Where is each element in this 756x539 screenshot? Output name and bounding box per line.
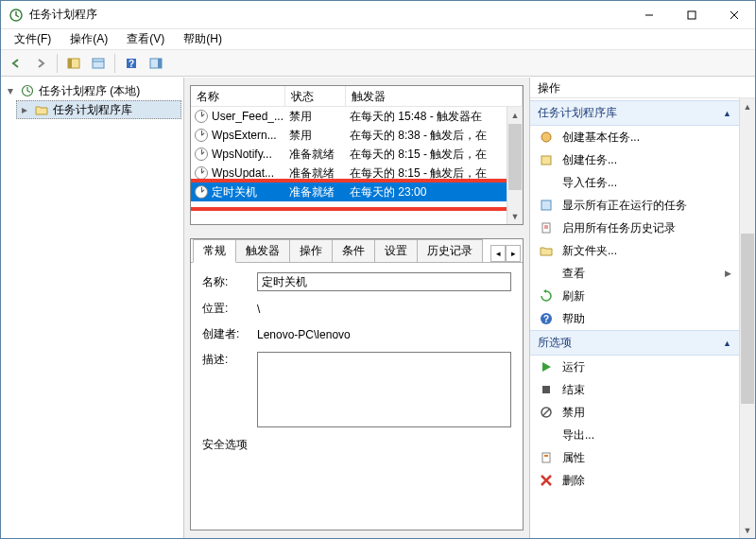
menu-view[interactable]: 查看(V) [119, 29, 172, 49]
tab-scroll-right[interactable]: ▸ [506, 245, 521, 262]
help-button[interactable]: ? [120, 53, 143, 74]
tree-library[interactable]: ▸ 任务计划程序库 [16, 100, 181, 119]
action-view[interactable]: 查看▶ [530, 262, 739, 285]
menu-file[interactable]: 文件(F) [7, 29, 59, 49]
task-row[interactable]: User_Feed_... 禁用 在每天的 15:48 - 触发器在 [191, 107, 507, 126]
action-label: 运行 [562, 359, 585, 375]
toolbar-separator [114, 54, 115, 73]
scroll-up-button[interactable]: ▲ [740, 98, 755, 114]
task-row[interactable]: WpsNotify... 准备就绪 在每天的 8:15 - 触发后，在 [191, 145, 507, 164]
refresh-icon [538, 287, 555, 304]
task-trigger: 在每天的 15:48 - 触发器在 [350, 109, 507, 125]
action-show-running[interactable]: 显示所有正在运行的任务 [530, 194, 739, 217]
maximize-button[interactable] [670, 1, 713, 28]
clock-icon [195, 110, 208, 123]
folder-icon [34, 102, 49, 117]
titlebar: 任务计划程序 [1, 1, 755, 29]
svg-line-24 [542, 409, 550, 416]
action-import-task[interactable]: 导入任务... [530, 171, 739, 194]
tab-nav: ◂ ▸ [490, 245, 521, 262]
location-value: \ [257, 303, 511, 316]
chevron-up-icon: ▲ [723, 339, 731, 348]
task-icon [538, 151, 555, 168]
name-input[interactable] [257, 272, 511, 291]
actions-section-label: 所选项 [538, 335, 572, 351]
task-row-selected[interactable]: 定时关机 准备就绪 在每天的 23:00 [191, 183, 507, 201]
chevron-up-icon: ▲ [723, 109, 731, 118]
menu-help[interactable]: 帮助(H) [176, 29, 230, 49]
action-properties[interactable]: 属性 [530, 446, 739, 469]
task-name: 定时关机 [212, 184, 257, 200]
new-folder-icon [538, 242, 555, 259]
scroll-down-button[interactable]: ▼ [507, 208, 523, 224]
tree-expand-icon[interactable]: ▸ [19, 103, 30, 116]
location-label: 位置: [202, 301, 257, 317]
history-icon [538, 219, 555, 236]
action-refresh[interactable]: 刷新 [530, 285, 739, 307]
column-name[interactable]: 名称 [191, 86, 285, 106]
action-enable-history[interactable]: 启用所有任务历史记录 [530, 217, 739, 239]
scroll-up-button[interactable]: ▲ [507, 107, 523, 123]
tab-history[interactable]: 历史记录 [417, 239, 483, 262]
action-end[interactable]: 结束 [530, 378, 739, 401]
details-tabs: 常规 触发器 操作 条件 设置 历史记录 ◂ ▸ [191, 239, 523, 262]
tab-actions[interactable]: 操作 [289, 239, 333, 262]
action-run[interactable]: 运行 [530, 356, 739, 378]
tab-settings[interactable]: 设置 [374, 239, 418, 262]
action-pane-button[interactable] [145, 53, 167, 74]
tab-scroll-left[interactable]: ◂ [490, 245, 506, 262]
column-trigger[interactable]: 触发器 [346, 86, 523, 106]
task-state: 准备就绪 [289, 165, 350, 182]
task-state: 禁用 [289, 109, 350, 125]
forward-button[interactable] [29, 53, 52, 74]
name-label: 名称: [202, 274, 257, 290]
action-label: 结束 [562, 382, 585, 398]
task-state: 准备就绪 [289, 184, 350, 200]
action-export[interactable]: 导出... [530, 424, 739, 446]
task-list-body: User_Feed_... 禁用 在每天的 15:48 - 触发器在 WpsEx… [191, 107, 523, 224]
tab-conditions[interactable]: 条件 [332, 239, 375, 262]
action-label: 导出... [562, 427, 594, 443]
actions-section-selected[interactable]: 所选项 ▲ [530, 330, 739, 356]
back-button[interactable] [5, 53, 27, 74]
action-create-task[interactable]: 创建任务... [530, 148, 739, 171]
action-help[interactable]: ?帮助 [530, 307, 739, 330]
description-input[interactable] [257, 352, 511, 427]
tree-pane: ▾ 任务计划程序 (本地) ▸ 任务计划程序库 [1, 78, 184, 538]
task-list-scrollbar[interactable]: ▲ ▼ [507, 107, 523, 224]
close-button[interactable] [713, 1, 755, 28]
actions-section-library[interactable]: 任务计划程序库 ▲ [530, 100, 739, 126]
svg-rect-12 [158, 59, 162, 68]
scroll-thumb[interactable] [741, 234, 754, 404]
action-new-folder[interactable]: 新文件夹... [530, 239, 739, 262]
svg-rect-26 [544, 455, 548, 457]
main-area: ▾ 任务计划程序 (本地) ▸ 任务计划程序库 名称 状态 触发器 [1, 77, 755, 538]
task-row[interactable]: WpsUpdat... 准备就绪 在每天的 8:15 - 触发后，在 [191, 164, 507, 183]
scroll-track[interactable] [740, 114, 755, 233]
actions-pane: 操作 任务计划程序库 ▲ 创建基本任务... 创建任务... 导入任务... 显… [530, 78, 755, 538]
clock-icon [20, 83, 35, 98]
tree-root[interactable]: ▾ 任务计划程序 (本地) [3, 81, 181, 100]
svg-point-14 [541, 132, 551, 142]
tab-general[interactable]: 常规 [193, 239, 236, 263]
show-hide-tree-button[interactable] [62, 53, 85, 74]
minimize-button[interactable] [627, 1, 670, 28]
scroll-track[interactable] [740, 405, 755, 523]
task-state: 禁用 [289, 128, 350, 144]
action-create-basic-task[interactable]: 创建基本任务... [530, 126, 739, 148]
scroll-track[interactable] [507, 191, 523, 208]
tab-triggers[interactable]: 触发器 [235, 239, 290, 262]
task-row[interactable]: WpsExtern... 禁用 在每天的 8:38 - 触发后，在 [191, 126, 507, 145]
tree-collapse-icon[interactable]: ▾ [5, 84, 16, 97]
scroll-thumb[interactable] [508, 124, 522, 190]
scroll-down-button[interactable]: ▼ [740, 522, 755, 538]
stop-icon [538, 381, 555, 398]
menu-action[interactable]: 操作(A) [62, 29, 115, 49]
column-state[interactable]: 状态 [285, 86, 346, 106]
actions-scrollbar[interactable]: ▲ ▼ [739, 98, 755, 538]
action-disable[interactable]: 禁用 [530, 401, 739, 424]
actions-section-label: 任务计划程序库 [538, 105, 617, 121]
task-name: User_Feed_... [212, 110, 284, 123]
properties-button[interactable] [87, 53, 110, 74]
action-delete[interactable]: 删除 [530, 469, 739, 492]
